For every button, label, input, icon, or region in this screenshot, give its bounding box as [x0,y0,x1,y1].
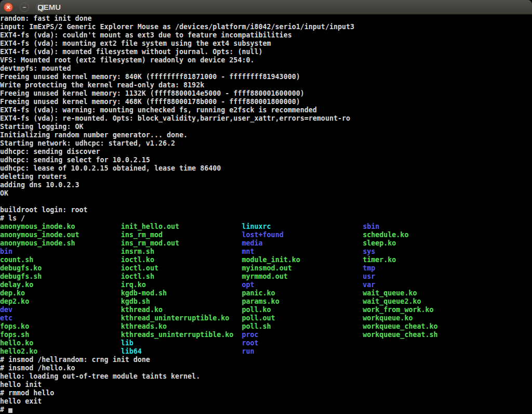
ls-entry: ioctl.out [121,264,158,272]
close-button[interactable]: ✕ [4,3,13,12]
console-line: input: ImExPS/2 Generic Explorer Mouse a… [0,23,532,31]
ls-entry: myrmmod.out [242,273,287,280]
console-line: OK [0,189,532,198]
ls-entry: var [363,281,375,289]
ls-entry: kthreads_uninterruptible.ko [121,331,234,339]
console-line: EXT4-fs (vda): mounted filesystem withou… [0,48,532,56]
ls-entry: anonymous_inode.ko [0,223,75,230]
ls-entry: dep2.ko [0,297,29,305]
ls-entry: kgdb.sh [121,297,150,305]
ls-entry: init_hello.out [121,223,179,230]
ls-entry: insrm.sh [121,248,154,255]
ls-row: bin insrm.sh mnt sys [0,248,532,256]
ls-entry: linuxrc [242,223,271,230]
ls-entry: wait_queue2.ko [363,297,421,305]
ls-entry: anonymous_inode.sh [0,239,75,247]
console-line: udhcpc: sending discover [0,148,532,156]
ls-entry: bin [0,248,12,255]
ls-entry: fops.sh [0,331,29,339]
console-line: udhcpc: sending select for 10.0.2.15 [0,156,532,164]
ls-entry: workqueue_cheat.ko [363,322,437,330]
ls-row: etc kthread_uninterruptible.ko poll.out … [0,314,532,322]
ls-row: fops.ko kthreads.ko poll.sh workqueue_ch… [0,322,532,331]
ls-entry: lib [121,339,134,347]
ls-entry: sbin [363,223,379,230]
ls-row: hello2.ko lib64 run [0,347,532,356]
ls-entry: delay.ko [0,281,33,289]
ls-entry: kgdb-mod.sh [121,289,167,297]
console-line: EXT4-fs (vda): mounting ext2 file system… [0,40,532,48]
console-line: hello: loading out-of-tree module taints… [0,372,532,381]
console-line: hello exit [0,397,532,406]
window-title: QEMU [37,0,61,15]
prompt-line: # [0,406,532,414]
close-icon: ✕ [6,4,10,10]
ls-entry: ins_rm_mod [121,231,163,239]
ls-entry: module_init.ko [242,256,300,264]
ls-entry: workqueue_cheat.sh [363,331,437,339]
ls-entry: wait_queue.ko [363,289,417,297]
ls-entry: workqueue.ko [363,314,413,322]
ls-entry: ins_rm_mod.out [121,239,179,247]
ls-entry: irq.ko [121,281,146,289]
minimize-icon: − [23,4,26,10]
ls-entry: poll.out [242,314,275,322]
console-line: Write protecting the kernel read-only da… [0,81,532,89]
ls-entry: ioctl.sh [121,273,154,280]
console-line: EXT4-fs (vda): couldn't mount as ext3 du… [0,31,532,40]
ls-entry: lost+found [242,231,283,239]
ls-entry: count.sh [0,256,33,264]
console-line: Freeing unused kernel memory: 1132K (fff… [0,89,532,98]
ls-entry: media [242,239,262,247]
minimize-button[interactable]: − [20,3,29,12]
ls-entry: kthread_uninterruptible.ko [121,314,230,322]
console-line: Starting network: udhcpc: started, v1.26… [0,139,532,148]
ls-entry: timer.ko [363,256,396,264]
console-line: Freeing unused kernel memory: 468K (ffff… [0,98,532,106]
ls-entry: dep.ko [0,289,25,297]
console-line [0,198,532,206]
console-line: EXT4-fs (vda): warning: mounting uncheck… [0,106,532,114]
ls-row: anonymous_inode.sh ins_rm_mod.out media … [0,239,532,248]
ls-entry: mnt [242,248,254,255]
ls-entry: lib64 [121,347,142,355]
console-line: # insmod /hellrandom: crng init done [0,356,532,364]
console-line: Starting logging: OK [0,123,532,131]
ls-entry: fops.ko [0,322,29,330]
ls-entry: work_from_work.ko [363,306,433,314]
ls-row: delay.ko irq.ko opt var [0,281,532,289]
ls-row: debugfs.ko ioctl.out myinsmod.out tmp [0,264,532,273]
ls-row: hello.ko lib root [0,339,532,347]
ls-entry: hello2.ko [0,347,37,355]
ls-row: anonymous_inode.out ins_rm_mod lost+foun… [0,231,532,239]
console-line: VFS: Mounted root (ext2 filesystem) read… [0,56,532,64]
ls-entry: sys [363,248,375,255]
terminal-cursor [8,408,12,413]
ls-entry: params.ko [242,297,279,305]
terminal-console[interactable]: random: fast init doneinput: ImExPS/2 Ge… [0,15,532,414]
ls-entry: kthreads.ko [121,322,167,330]
ls-entry: dev [0,306,12,314]
ls-entry: ioctl.ko [121,256,154,264]
ls-entry: usr [363,273,375,280]
ls-row: dev kthread.ko poll.ko work_from_work.ko [0,306,532,314]
console-line: udhcpc: lease of 10.0.2.15 obtained, lea… [0,164,532,173]
ls-row: dep2.ko kgdb.sh params.ko wait_queue2.ko [0,297,532,306]
ls-row: fops.sh kthreads_uninterruptible.ko proc… [0,331,532,339]
ls-entry: anonymous_inode.out [0,231,79,239]
console-line: devtmpfs: mounted [0,64,532,73]
titlebar: ✕ − QEMU [0,0,532,15]
ls-entry: myinsmod.out [242,264,291,272]
ls-entry: etc [0,314,12,322]
console-line: EXT4-fs (vda): re-mounted. Opts: block_v… [0,114,532,123]
ls-entry: sleep.ko [363,239,396,247]
console-line: adding dns 10.0.2.3 [0,181,532,189]
ls-entry: panic.ko [242,289,275,297]
ls-entry: debugfs.ko [0,264,42,272]
ls-entry: run [242,347,254,355]
ls-entry: root [242,339,258,347]
ls-entry: poll.sh [242,322,271,330]
ls-row: anonymous_inode.ko init_hello.out linuxr… [0,223,532,231]
ls-entry: proc [242,331,258,339]
console-line: # ls / [0,214,532,223]
